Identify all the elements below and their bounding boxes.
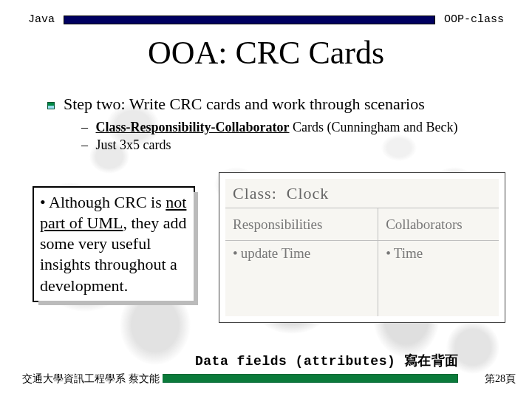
bullet-step-text: Step two: Write CRC cards and work throu… [64,95,425,114]
subbullet-2: – Just 3x5 cards [81,136,510,154]
dash-icon: – [81,137,88,152]
bullet-icon [47,102,55,109]
crc-collaborators-cell: •Time [378,241,499,316]
header-left: Java [28,13,55,26]
slide: Java OOP-class OOA: CRC Cards Step two: … [0,0,532,399]
crc-responsibilities-cell: •update Time [225,241,378,316]
crc-collaborators-header: Collaborators [378,208,499,240]
crc-expansion-rest: Cards (Cunningham and Beck) [290,120,458,134]
bullet-dot-icon: • [386,245,391,261]
bullet-dot-icon: • [233,245,238,261]
dash-icon: – [81,120,88,134]
footer-author: 交通大學資訊工程學系 蔡文能 [22,372,163,386]
header-bar [64,16,435,24]
crc-header-row: Responsibilities Collaborators [225,208,499,241]
header-right: OOP-class [444,13,504,26]
crc-collab-item: Time [394,245,423,261]
slide-header: Java OOP-class [0,13,532,26]
slide-title: OOA: CRC Cards [0,34,532,72]
subbullet-1: – Class-Responsibility-Collaborator Card… [81,118,510,136]
crc-expansion: Class-Responsibility-Collaborator [96,120,290,134]
crc-body-row: •update Time •Time [225,241,499,316]
footer-page: 第28頁 [482,372,516,386]
subbullet-2-text: Just 3x5 cards [96,137,171,152]
crc-class-row: Class: Clock [225,179,499,208]
crc-class-label: Class: [233,184,277,203]
note-box: • Although CRC is not part of UML, they … [33,186,195,302]
crc-responsibilities-header: Responsibilities [225,208,378,240]
body-content: Step two: Write CRC cards and work throu… [47,95,510,154]
crc-resp-item: update Time [241,245,310,261]
attributes-note: Data fields (attributes) 寫在背面 [195,352,459,369]
crc-card-image: Class: Clock Responsibilities Collaborat… [219,172,505,323]
note-lead: • Although CRC is [40,193,166,211]
crc-class-value: Clock [287,184,330,203]
crc-card: Class: Clock Responsibilities Collaborat… [225,179,499,316]
bullet-step: Step two: Write CRC cards and work throu… [47,95,510,114]
